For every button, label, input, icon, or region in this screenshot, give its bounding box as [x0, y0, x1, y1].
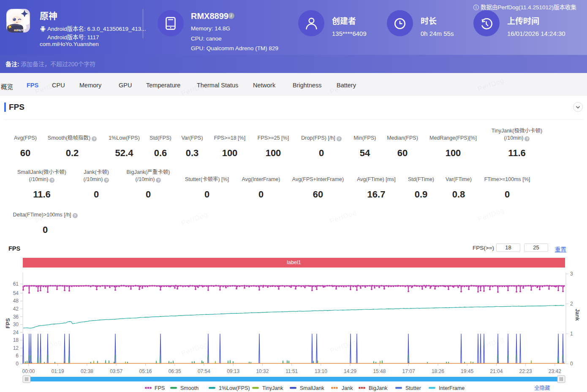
svg-text:1: 1 [570, 331, 573, 337]
svg-text:23:42: 23:42 [549, 368, 561, 374]
svg-text:07:54: 07:54 [198, 368, 210, 374]
svg-text:10:32: 10:32 [256, 368, 269, 374]
svg-text:09:13: 09:13 [227, 368, 239, 374]
svg-text:14:29: 14:29 [344, 368, 356, 374]
svg-text:61: 61 [13, 281, 19, 287]
svg-text:0: 0 [570, 361, 573, 367]
svg-text:18: 18 [13, 337, 19, 343]
svg-text:12: 12 [13, 345, 19, 351]
svg-text:2: 2 [570, 301, 573, 307]
svg-text:FPS: FPS [155, 385, 165, 391]
svg-text:48: 48 [13, 298, 19, 304]
svg-text:17:07: 17:07 [402, 368, 415, 374]
svg-text:01:19: 01:19 [52, 368, 64, 374]
svg-text:36: 36 [13, 314, 19, 320]
svg-text:InterFrame: InterFrame [439, 385, 465, 391]
svg-text:Smooth: Smooth [180, 385, 198, 391]
svg-text:FPS: FPS [5, 318, 11, 328]
svg-text:03:57: 03:57 [110, 368, 122, 374]
svg-text:miHoYo: miHoYo [14, 29, 25, 32]
svg-text:6: 6 [16, 353, 19, 359]
svg-text:SmallJank: SmallJank [300, 385, 324, 391]
svg-text:BigJank: BigJank [369, 385, 388, 391]
svg-text:1%Low(FPS): 1%Low(FPS) [219, 385, 250, 391]
svg-text:全隐藏: 全隐藏 [534, 385, 550, 391]
svg-text:54: 54 [13, 290, 19, 296]
svg-text:21:04: 21:04 [490, 368, 503, 374]
svg-text:11:51: 11:51 [285, 368, 298, 374]
svg-text:Jank: Jank [342, 385, 353, 391]
svg-text:06:35: 06:35 [168, 368, 181, 374]
svg-text:3: 3 [570, 271, 573, 277]
svg-text:13:10: 13:10 [315, 368, 327, 374]
svg-text:19:45: 19:45 [461, 368, 473, 374]
svg-text:0: 0 [16, 361, 19, 367]
svg-text:TinyJank: TinyJank [262, 385, 283, 391]
svg-text:05:16: 05:16 [139, 368, 152, 374]
svg-text:18:26: 18:26 [432, 368, 444, 374]
svg-text:22:23: 22:23 [519, 368, 532, 374]
svg-text:Stutter: Stutter [405, 385, 421, 391]
svg-text:30: 30 [13, 322, 19, 327]
svg-text:00:00: 00:00 [22, 368, 35, 374]
svg-text:15:48: 15:48 [373, 368, 386, 374]
svg-text:02:38: 02:38 [81, 368, 93, 374]
svg-text:24: 24 [13, 330, 19, 335]
svg-text:42: 42 [13, 306, 19, 312]
svg-text:Jank: Jank [574, 309, 580, 321]
